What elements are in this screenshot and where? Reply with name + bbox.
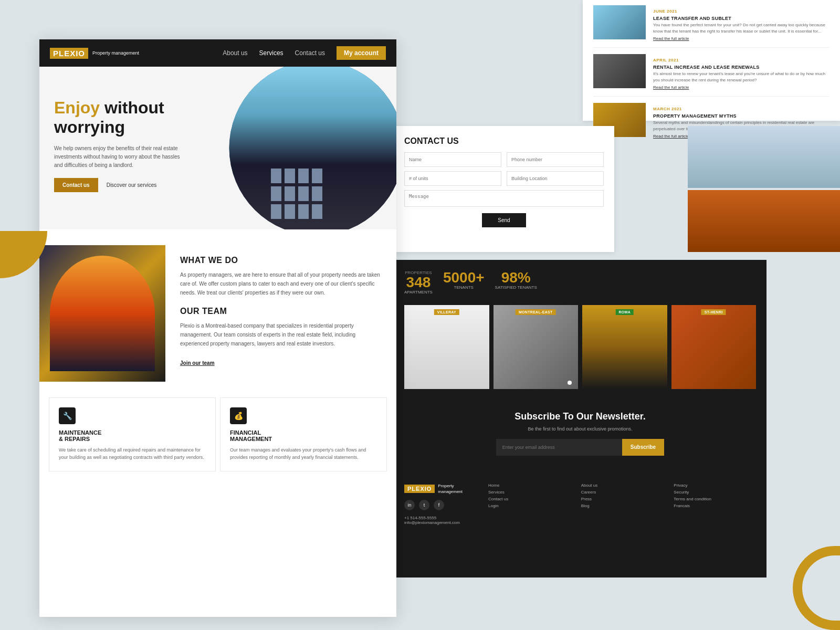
logo-name: PLEXIO [50,48,88,59]
building-illustration [197,67,396,229]
footer-link-services[interactable]: Services [488,490,571,495]
hero-title: Enjoy withoutworrying [54,98,180,137]
blog-read-2[interactable]: Read the full article [653,85,830,90]
stat-apartments-number: 348 [404,275,433,290]
linkedin-icon[interactable]: in [404,500,415,510]
blog-img-inner-2 [593,54,646,88]
newsletter-title: Subscribe To Our Newsletter. [514,411,646,422]
footer-link-terms[interactable]: Terms and condition [674,497,756,501]
building-windows [271,169,322,219]
footer-logo: PLEXIO Property management [404,483,478,495]
blog-img-2 [593,54,646,88]
newsletter-email-input[interactable] [496,439,622,456]
form-row-2 [404,171,604,186]
logo-tagline: Property management [92,50,139,56]
hero-description: We help owners enjoy the benefits of the… [54,144,180,170]
neighborhood-villeray-img [404,305,489,389]
location-input[interactable] [507,171,604,186]
footer-link-francais[interactable]: Francais [674,503,756,508]
footer-link-careers[interactable]: Careers [581,490,664,495]
footer-col-3: Privacy Security Terms and condition Fra… [674,483,756,567]
carousel-dot [568,381,572,385]
neighborhood-villeray-label: VILLERAY [434,309,459,315]
maintenance-title: MAINTENANCE& REPAIRS [59,429,206,442]
building-circle-image [50,256,155,371]
stats-row: PROPERTIES 348 APARTMENTS 5000+ TENANTS … [404,270,756,295]
footer-socials: in t f [404,500,478,510]
blog-tag-2: APRIL 2021 [653,58,679,62]
neighborhood-roma-img [582,305,667,389]
navbar: PLEXIO Property management About us Serv… [39,39,396,67]
service-card-financial: 💰 FINANCIALMANAGEMENT Our team manages a… [220,397,387,471]
discover-services-link[interactable]: Discover our services [107,182,157,188]
blog-title-3: PROPERTY MANAGEMENT MYTHS [653,113,830,119]
newsletter-section: Subscribe To Our Newsletter. Be the firs… [394,394,766,472]
footer-link-about[interactable]: About us [581,483,664,488]
footer-link-privacy[interactable]: Privacy [674,483,756,488]
stat-tenants-number: 5000+ [443,270,485,285]
financial-icon: 💰 [230,407,247,424]
stat-satisfied: 98% SATISFIED TENANTS [495,270,537,295]
services-row: 🔧 MAINTENANCE& REPAIRS We take care of s… [49,397,387,471]
blog-content-1: JUNE 2021 LEASE TRANSFER AND SUBLET You … [653,5,830,41]
form-row-1 [404,152,604,167]
contact-title: CONTACT US [404,136,604,146]
maintenance-desc: We take care of scheduling all required … [59,446,206,461]
phone-input[interactable] [507,152,604,167]
blog-img-1 [593,5,646,39]
newsletter-form: Subscribe [496,439,664,456]
neighborhood-sthenri: ST-HENRI [671,305,757,389]
hero-building-image [197,67,396,229]
neighborhood-montreal-east: MONTREAL-EAST [494,305,579,389]
our-team-text: Plexio is a Montreal-based company that … [180,321,382,348]
blog-item-1: JUNE 2021 LEASE TRANSFER AND SUBLET You … [593,5,830,48]
property-images [688,126,840,252]
blog-title-1: LEASE TRANSFER AND SUBLET [653,16,830,21]
blog-img-inner-1 [593,5,646,39]
send-button[interactable]: Send [482,213,526,227]
footer-section: PLEXIO Property management in t f +1 514… [394,472,766,578]
footer-col-1: Home Services Contact us Login [488,483,571,567]
join-our-team-link[interactable]: Join our team [180,360,215,366]
footer-logo-col: PLEXIO Property management in t f +1 514… [404,483,478,567]
stat-tenants: 5000+ TENANTS [443,270,485,295]
nav-about[interactable]: About us [223,49,247,57]
stat-satisfied-label: SATISFIED TENANTS [495,285,537,290]
units-input[interactable] [404,171,501,186]
what-title: WHAT WE DO [180,256,382,265]
footer-link-security[interactable]: Security [674,490,756,495]
my-account-button[interactable]: My account [337,46,386,60]
neighborhood-roma-label: ROMA [615,309,634,315]
neighborhood-villeray: VILLERAY [404,305,489,389]
footer-link-contact[interactable]: Contact us [488,497,571,501]
facebook-icon[interactable]: f [434,500,444,510]
nav-links: About us Services Contact us My account [223,46,386,60]
logo: PLEXIO Property management [50,48,139,59]
nav-contact[interactable]: Contact us [295,49,325,57]
name-input[interactable] [404,152,501,167]
what-content: WHAT WE DO As property managers, we are … [165,245,396,382]
what-image [39,245,165,382]
hero-text: Enjoy withoutworrying We help owners enj… [54,98,180,192]
twitter-icon[interactable]: t [419,500,429,510]
blog-item-2: APRIL 2021 RENTAL INCREASE AND LEASE REN… [593,54,830,97]
footer-link-home[interactable]: Home [488,483,571,488]
nav-services[interactable]: Services [259,49,284,57]
footer-col-2: About us Careers Press Blog [581,483,664,567]
what-text: As property managers, we are here to ens… [180,270,382,297]
footer-link-blog[interactable]: Blog [581,503,664,508]
message-input[interactable] [404,190,604,207]
footer-logo-tagline: Property management [438,483,478,495]
footer-link-login[interactable]: Login [488,503,571,508]
property-image-1 [688,126,840,188]
footer-link-press[interactable]: Press [581,497,664,501]
stat-properties: PROPERTIES 348 APARTMENTS [404,270,433,295]
blog-read-1[interactable]: Read the full article [653,36,830,41]
maintenance-icon: 🔧 [59,407,76,424]
right-panel: JUNE 2021 LEASE TRANSFER AND SUBLET You … [394,0,840,630]
hero-buttons: Contact us Discover our services [54,178,180,192]
newsletter-subtitle: Be the first to find out about exclusive… [528,426,632,432]
contact-us-button[interactable]: Contact us [54,178,98,192]
newsletter-subscribe-button[interactable]: Subscribe [622,439,664,456]
blog-title-2: RENTAL INCREASE AND LEASE RENEWALS [653,65,830,70]
